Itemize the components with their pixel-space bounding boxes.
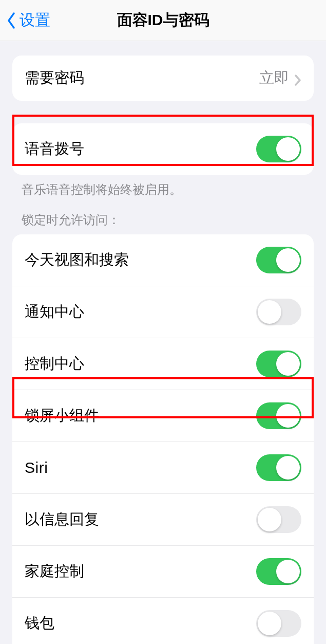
lock-access-item-toggle[interactable] [256,610,301,637]
require-passcode-group: 需要密码 立即 [12,56,314,101]
lock-access-item-toggle[interactable] [256,454,301,481]
lock-access-row: Siri [12,441,314,493]
toggle-knob [258,300,281,324]
require-passcode-label: 需要密码 [25,68,84,88]
lock-access-item-label: 控制中心 [25,354,84,374]
lock-access-group: 今天视图和搜索通知中心控制中心锁屏小组件Siri以信息回复家庭控制钱包回拨未接来… [12,234,314,644]
require-passcode-value-container: 立即 [259,68,301,88]
lock-access-row: 锁屏小组件 [12,390,314,441]
back-label: 设置 [20,10,50,31]
lock-access-item-label: 钱包 [25,613,54,634]
voice-dial-group: 语音拨号 [12,123,314,175]
lock-access-item-toggle[interactable] [256,402,301,429]
lock-access-item-toggle[interactable] [256,299,301,325]
lock-access-item-toggle[interactable] [256,351,301,377]
lock-access-row: 今天视图和搜索 [12,234,314,286]
chevron-left-icon [6,12,16,29]
toggle-knob [258,508,281,531]
lock-access-item-toggle[interactable] [256,247,301,273]
lock-access-header: 锁定时允许访问： [22,212,304,228]
toggle-knob [276,248,300,272]
lock-access-item-label: Siri [25,459,48,476]
require-passcode-value: 立即 [259,68,289,88]
lock-access-row: 家庭控制 [12,545,314,597]
toggle-knob [276,404,300,428]
voice-dial-label: 语音拨号 [25,139,84,159]
chevron-right-icon [294,72,301,84]
navigation-bar: 设置 面容ID与密码 [0,0,326,41]
toggle-knob [276,352,300,376]
lock-access-item-toggle[interactable] [256,506,301,533]
lock-access-item-label: 通知中心 [25,302,84,322]
toggle-knob [276,456,300,480]
lock-access-row: 通知中心 [12,286,314,338]
toggle-knob [276,137,300,161]
toggle-knob [276,560,300,583]
lock-access-item-toggle[interactable] [256,558,301,585]
toggle-knob [258,612,281,635]
back-button[interactable]: 设置 [6,10,50,31]
lock-access-row: 以信息回复 [12,493,314,545]
lock-access-row: 控制中心 [12,338,314,390]
voice-dial-footer: 音乐语音控制将始终被启用。 [22,181,304,198]
lock-access-row: 钱包 [12,597,314,644]
lock-access-item-label: 今天视图和搜索 [25,250,129,270]
lock-access-item-label: 锁屏小组件 [25,406,99,426]
content-area: 需要密码 立即 语音拨号 音乐语音控制将始终被启用。 锁定时允许访问： 今天视图… [0,41,326,644]
lock-access-item-label: 以信息回复 [25,509,99,530]
lock-access-item-label: 家庭控制 [25,561,84,582]
voice-dial-toggle[interactable] [256,136,301,162]
voice-dial-row: 语音拨号 [12,123,314,175]
require-passcode-row[interactable]: 需要密码 立即 [12,56,314,101]
